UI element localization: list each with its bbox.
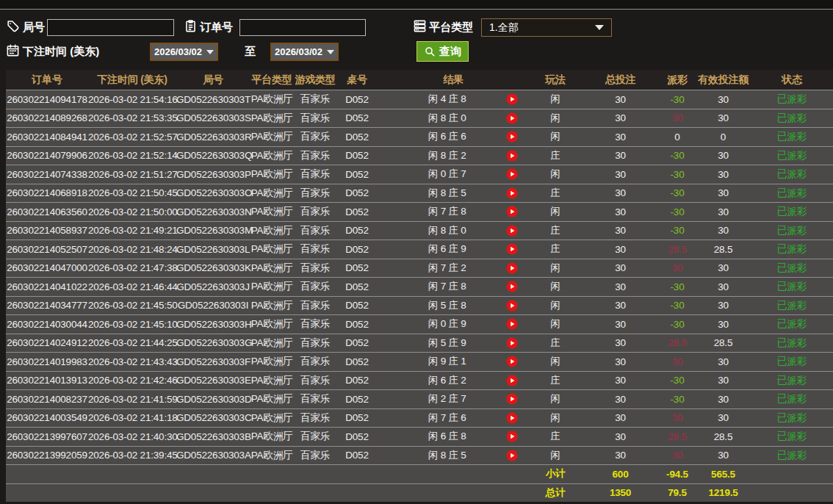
payout: -30 <box>659 187 696 198</box>
status: 已派彩 <box>751 242 833 256</box>
platform-type: PA欧洲厅 <box>250 280 294 293</box>
result-cell: 闲 6 庄 6 <box>378 128 529 146</box>
order-number: 260302214074338 <box>6 169 88 180</box>
platform-type: PA欧洲厅 <box>250 355 294 368</box>
subtotal-payout: -94.5 <box>659 469 696 480</box>
play-circle-icon[interactable] <box>506 412 518 424</box>
date-from-picker[interactable]: 2026/03/02 <box>150 43 218 61</box>
total-bet: 30 <box>582 94 659 105</box>
game-type: 百家乐 <box>294 168 336 181</box>
play-circle-icon[interactable] <box>506 225 518 237</box>
result-cell: 闲 6 庄 2 <box>378 372 529 390</box>
table-number: D052 <box>336 375 378 386</box>
status: 已派彩 <box>751 149 833 162</box>
result-cell: 闲 7 庄 8 <box>378 278 529 296</box>
order-number: 260302214047000 <box>6 262 88 273</box>
valid-bet-amount: 30 <box>696 412 751 423</box>
result-text: 闲 7 庄 8 <box>399 280 496 293</box>
round-number: GD0522630303C <box>176 412 250 423</box>
table-row: 2603022140199832026-03-02 21:43:43GD0522… <box>6 352 833 371</box>
bet-time: 2026-03-02 21:53:35 <box>88 112 176 123</box>
play-type: 闲 <box>529 355 582 368</box>
payout: 28.5 <box>659 337 696 348</box>
result-text: 闲 9 庄 1 <box>399 355 496 368</box>
play-circle-icon[interactable] <box>506 450 518 461</box>
table-row: 2603022140799062026-03-02 21:52:14GD0522… <box>6 146 833 165</box>
play-circle-icon[interactable] <box>506 281 518 292</box>
play-circle-icon[interactable] <box>506 131 518 143</box>
result-text: 闲 8 庄 5 <box>399 187 496 200</box>
bet-time: 2026-03-02 21:54:16 <box>88 94 176 105</box>
order-number: 260302214089268 <box>6 112 88 123</box>
table-row: 2603022140525072026-03-02 21:48:24GD0522… <box>6 240 833 259</box>
table-row: 2603022140082372026-03-02 21:41:59GD0522… <box>6 389 833 408</box>
play-circle-icon[interactable] <box>506 318 518 330</box>
play-type: 庄 <box>529 430 582 443</box>
play-circle-icon[interactable] <box>506 150 518 162</box>
play-circle-icon[interactable] <box>506 187 518 199</box>
game-type: 百家乐 <box>294 392 336 406</box>
table-row: 2603022140892682026-03-02 21:53:35GD0522… <box>6 109 833 128</box>
caret-down-icon <box>206 50 214 54</box>
order-number: 260302214094178 <box>6 94 88 105</box>
date-to-picker[interactable]: 2026/03/02 <box>270 43 339 61</box>
status: 已派彩 <box>751 224 833 237</box>
play-circle-icon[interactable] <box>506 93 518 105</box>
valid-bet-amount: 30 <box>696 450 751 461</box>
platform-type: PA欧洲厅 <box>250 187 294 200</box>
table-row: 2603022140347772026-03-02 21:45:50GD0522… <box>6 296 833 315</box>
round-number: GD0522630303M <box>176 225 250 236</box>
play-circle-icon[interactable] <box>506 262 518 274</box>
play-circle-icon[interactable] <box>506 300 518 312</box>
game-type: 百家乐 <box>294 187 336 200</box>
result-cell: 闲 0 庄 7 <box>378 165 529 184</box>
status: 已派彩 <box>751 411 833 425</box>
platform-type-select[interactable]: 1.全部 <box>481 18 612 37</box>
table-row: 2603022140589372026-03-02 21:49:21GD0522… <box>6 221 833 240</box>
play-circle-icon[interactable] <box>506 375 518 386</box>
date-to-value: 2026/03/02 <box>275 46 322 57</box>
table-row: 2603022140410222026-03-02 21:46:44GD0522… <box>6 277 833 296</box>
round-number-input[interactable] <box>47 19 174 36</box>
round-number: GD0522630303H <box>176 319 250 330</box>
play-circle-icon[interactable] <box>506 112 518 124</box>
result-text: 闲 6 庄 8 <box>399 430 496 443</box>
valid-bet-amount: 30 <box>696 319 751 330</box>
payout: 30 <box>659 450 696 461</box>
result-cell: 闲 2 庄 7 <box>378 390 529 408</box>
order-number-label: 订单号 <box>200 20 233 35</box>
status: 已派彩 <box>751 280 833 293</box>
total-bet: 30 <box>582 300 659 311</box>
bet-time-label: 下注时间 (美东) <box>23 44 99 59</box>
game-type: 百家乐 <box>294 224 336 237</box>
table-number: D052 <box>336 356 378 367</box>
total-bet: 30 <box>582 225 659 236</box>
total-bet: 30 <box>582 337 659 348</box>
play-type: 闲 <box>529 93 582 106</box>
order-number-input[interactable] <box>239 19 366 36</box>
valid-bet-amount: 30 <box>696 169 751 180</box>
round-number: GD0522630303K <box>176 262 250 273</box>
status: 已派彩 <box>751 112 833 125</box>
play-circle-icon[interactable] <box>506 243 518 255</box>
platform-type: PA欧洲厅 <box>250 299 294 312</box>
valid-bet-amount: 30 <box>696 281 751 292</box>
search-button[interactable]: 查询 <box>416 41 469 62</box>
platform-type: PA欧洲厅 <box>250 262 294 275</box>
valid-bet-amount: 30 <box>696 300 751 311</box>
play-circle-icon[interactable] <box>506 168 518 180</box>
result-text: 闲 0 庄 7 <box>399 168 496 181</box>
valid-bet-amount: 30 <box>696 112 751 123</box>
platform-type-value: 1.全部 <box>489 21 519 35</box>
order-number: 260302214008237 <box>6 394 88 405</box>
platform-type: PA欧洲厅 <box>250 93 294 106</box>
play-circle-icon[interactable] <box>506 337 518 349</box>
play-type: 闲 <box>529 392 582 406</box>
header-game-type: 游戏类型 <box>294 73 336 87</box>
play-circle-icon[interactable] <box>506 431 518 442</box>
play-circle-icon[interactable] <box>506 393 518 405</box>
table-row: 2603022140689182026-03-02 21:50:45GD0522… <box>6 184 833 203</box>
play-circle-icon[interactable] <box>506 356 518 367</box>
game-type: 百家乐 <box>294 242 336 256</box>
play-circle-icon[interactable] <box>506 206 518 217</box>
